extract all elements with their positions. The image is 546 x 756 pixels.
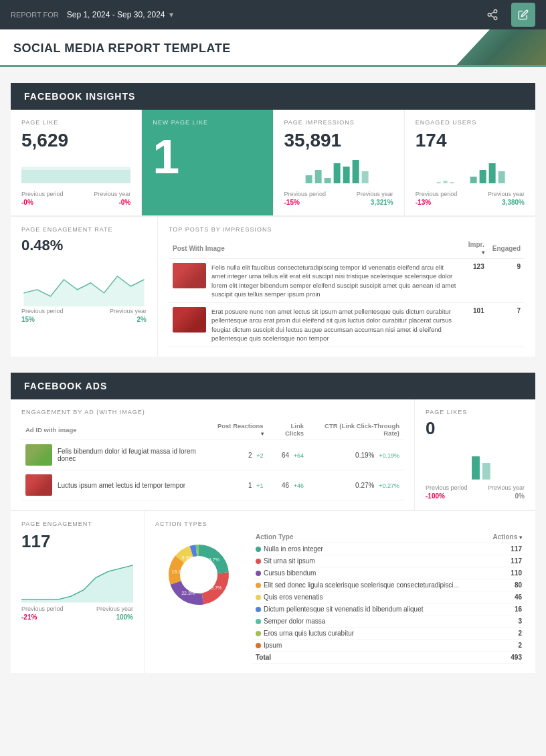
action-value: 80 [486,579,525,591]
page-like-period: Previous period Previous year [21,191,130,197]
svg-rect-15 [443,181,447,183]
post-engaged: 9 [488,259,525,303]
donut-label: 23.7% [206,558,219,563]
new-page-like-card: NEW PAGE LIKE 1 [142,110,273,215]
action-type-cell: Eros urna quis luctus curabitur [253,628,486,640]
col-ad-header: Ad ID with image [21,419,211,440]
insights-bottom-row: PAGE ENGAGEMENT RATE 0.48% Previous peri… [11,216,535,357]
action-type-cell: Dictum pellentesque sit venenatis id bib… [253,603,486,616]
action-type-label: Eros urna quis luctus curabitur [264,630,354,637]
action-type-label: Elit sed donec ligula scelerisque sceler… [264,581,459,589]
action-value: 16 [486,603,525,616]
action-row: Cursus bibendum 110 [253,567,525,579]
ads-engagement-label: ENGAGEMENT BY AD (WITH IMAGE) [21,409,403,415]
action-row: Ipsum 2 [253,640,525,652]
svg-rect-7 [305,175,312,183]
new-page-like-value: 1 [153,132,262,181]
action-types-label: ACTION TYPES [155,521,525,527]
action-type-label: Nulla in eros integer [264,545,323,553]
action-total-row: Total 493 [253,652,525,664]
action-dot [256,643,261,648]
action-row: Semper dolor massa 3 [253,616,525,628]
svg-point-0 [494,10,497,13]
ads-page-likes-chart [426,443,525,483]
action-type-label: Ipsum [264,642,282,649]
action-type-cell: Ipsum [253,640,486,652]
action-value: 46 [486,591,525,603]
action-row: Sit urna sit ipsum 117 [253,555,525,567]
page-engagement-value: 117 [21,531,133,552]
page-like-year-val: -0% [118,199,130,206]
page-like-chart [21,157,130,187]
engaged-users-card: ENGAGED USERS 174 Previous period [405,110,535,215]
top-bar: REPORT FOR Sep 1, 2024 - Sep 30, 2024 ▾ [0,0,546,29]
page-like-label: PAGE LIKE [21,119,130,126]
ad-name: Felis bibendum dolor id feugiat massa id… [58,448,207,462]
action-dot [256,631,261,636]
action-types-card: ACTION TYPES 23.7%23.7%22.3%16.2%9.3% Ac… [145,511,535,673]
page-impressions-card: PAGE IMPRESSIONS 35,891 Previous period [274,110,405,215]
report-date: Sep 1, 2024 - Sep 30, 2024 [67,10,165,19]
page-engagement-label: PAGE ENGAGEMENT [21,521,133,527]
svg-rect-6 [21,170,130,183]
svg-rect-9 [324,178,331,183]
metrics-row: PAGE LIKE 5,629 Previous period Previous… [11,110,535,216]
page-like-period-vals: -0% -0% [21,199,130,206]
facebook-insights-body: PAGE LIKE 5,629 Previous period Previous… [11,110,535,357]
top-posts-table: Post With Image Impr. ▾ Engaged [169,238,525,347]
action-value: 117 [486,543,525,555]
sort-icon: ▾ [482,250,484,256]
svg-rect-22 [472,457,480,480]
svg-rect-11 [343,167,349,183]
page-like-card: PAGE LIKE 5,629 Previous period Previous… [11,110,142,215]
ad-cell: Felis bibendum dolor id feugiat massa id… [21,440,211,470]
ad-reactions: 2 +2 [211,440,268,470]
col-post-header: Post With Image [169,238,463,259]
page-like-prev-val: -0% [21,199,33,206]
svg-marker-21 [24,276,145,306]
ad-clicks: 64 +64 [268,440,308,470]
post-engaged: 7 [488,303,525,347]
page-impressions-chart [284,157,393,187]
action-dot [256,547,261,552]
ads-page-likes-value: 0 [426,418,525,439]
svg-rect-12 [352,160,359,183]
svg-point-1 [488,13,491,17]
action-row: Elit sed donec ligula scelerisque sceler… [253,579,525,591]
page-impressions-label: PAGE IMPRESSIONS [284,119,393,126]
action-types-inner: 23.7%23.7%22.3%16.2%9.3% Action Type Act… [155,531,525,664]
edit-button[interactable] [511,3,535,27]
total-label: Total [253,652,486,664]
date-dropdown-icon[interactable]: ▾ [169,10,173,19]
action-type-cell: Elit sed donec ligula scelerisque sceler… [253,579,486,591]
ad-name: Luctus ipsum amet lectus id tempor tempo… [58,482,185,489]
ad-cell: Luctus ipsum amet lectus id tempor tempo… [21,470,211,500]
col-ctr-header: CTR (Link Click-Through Rate) [308,419,403,440]
action-table: Action Type Actions ▾ Nulla in eros inte… [253,531,525,664]
ads-table: Ad ID with image Post Reactions ▾ Link C… [21,419,403,500]
donut-area: 23.7%23.7%22.3%16.2%9.3% [155,531,242,664]
svg-rect-19 [488,163,495,183]
svg-rect-20 [498,171,505,183]
page-title: SOCIAL MEDIA REPORT TEMPLATE [13,41,533,65]
svg-rect-14 [436,182,440,183]
engaged-users-chart [416,157,525,187]
post-row: Felis nulla elit faucibus consecteturadi… [169,259,525,303]
action-value: 3 [486,616,525,628]
action-type-label: Cursus bibendum [264,569,316,577]
action-value: 2 [486,628,525,640]
donut-label: 22.3% [181,591,195,595]
action-value: 2 [486,640,525,652]
action-type-label: Quis eros venenatis [264,593,323,601]
engagement-rate-value: 0.48% [21,237,147,254]
ads-top-row: ENGAGEMENT BY AD (WITH IMAGE) Ad ID with… [11,399,535,510]
page-engagement-chart [21,557,133,604]
new-page-like-label: NEW PAGE LIKE [153,119,262,126]
svg-rect-13 [361,171,368,183]
page-like-prev-year-label: Previous year [94,191,130,197]
post-thumbnail [173,263,206,288]
donut-label: 9.3% [182,556,193,561]
action-type-cell: Semper dolor massa [253,616,486,628]
action-row: Quis eros venenatis 46 [253,591,525,603]
share-button[interactable] [480,3,505,27]
